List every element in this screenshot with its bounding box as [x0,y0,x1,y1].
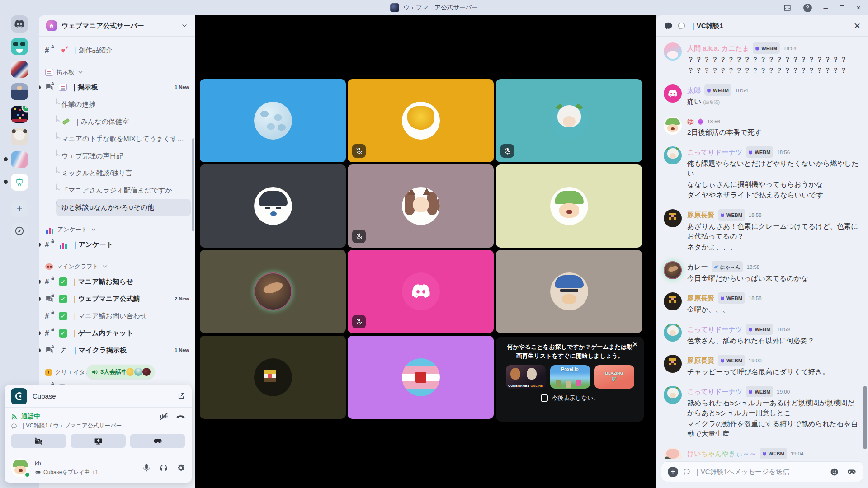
mic-icon[interactable] [142,463,151,472]
video-tile[interactable] [496,250,642,333]
promo-game-card[interactable]: Poxel.io [550,365,590,389]
promo-game-card[interactable]: CODENAMES ONLINE [506,365,546,389]
message-author[interactable]: けいちゃんやきぃ～～ [687,449,756,459]
message-avatar[interactable] [664,117,682,135]
help-icon[interactable]: ? [803,4,812,12]
message-avatar[interactable] [664,448,682,459]
chat-filled-bubble-icon[interactable] [664,21,673,31]
thread-connector [56,168,60,173]
message-avatar[interactable] [664,209,682,227]
noise-suppression-icon[interactable] [159,412,169,421]
explore-servers-button[interactable] [11,222,28,239]
server-anime-pair[interactable] [11,151,28,168]
inbox-icon[interactable] [783,4,792,12]
server-easel[interactable] [11,174,28,191]
message-avatar[interactable] [664,84,682,103]
server-name: ウェブマニア公式サーバー [61,22,144,30]
promo-game-card[interactable]: BLAZING8' [594,365,634,389]
category-掲示板[interactable]: 掲示板 [39,66,195,79]
message-avatar[interactable] [664,42,682,61]
server-photo[interactable] [11,83,28,100]
message-author[interactable]: 太郎 [687,85,701,95]
message-avatar[interactable] [664,324,682,342]
video-tile[interactable] [200,79,346,162]
message-author[interactable]: 豚原長賢 [687,293,714,303]
chat-scrollbar[interactable] [863,386,867,449]
headphones-icon[interactable] [159,463,168,472]
thread-item[interactable]: ウェブ完理の声日記 [56,147,191,164]
chat-outline-bubble-icon[interactable] [677,22,686,30]
message-input[interactable]: + ｜VC雑談1へメッセージを送信 [661,461,863,482]
thread-item[interactable]: 作業の進捗 [56,96,191,113]
window-maximize-button[interactable] [840,5,844,10]
message-author[interactable]: こってりドーナツ [687,324,742,334]
user-avatar[interactable] [11,458,30,477]
video-tile[interactable] [348,336,494,419]
server-collage[interactable] [11,61,28,78]
video-tile[interactable] [200,164,346,248]
hangup-icon[interactable] [176,412,185,421]
message-author[interactable]: 人間 a.k.a. カニたま [687,43,749,53]
window-close-button[interactable]: × [856,4,861,12]
open-external-icon[interactable] [177,392,185,400]
message-body: こってりドーナツWEBM18:56俺も課題やらないとだけどやりたくないから燃やし… [687,146,859,200]
message-author[interactable]: 豚原長賢 [687,210,714,220]
channel-item[interactable]: #♥♥｜創作品紹介 [39,42,195,59]
chevron-down-icon[interactable] [181,22,188,29]
attach-plus-icon[interactable]: + [668,467,678,477]
voice-activity-pill[interactable]: 3人会話中 [87,365,154,379]
channel-item[interactable]: ｜掲示板1 New [39,79,195,96]
thread-item[interactable]: ミックルと雑談/独り言 [56,164,191,182]
thread-item[interactable]: マニアの下手な歌をMIXしてうまくす… [56,130,191,147]
server-webmania[interactable] [11,106,28,123]
channel-item[interactable]: ｜マイクラ掲示板1 New [39,342,195,359]
camera-button[interactable] [11,434,66,448]
close-icon[interactable]: ✕ [854,22,861,30]
thread-item[interactable]: 「マニアさんラジオ配信まだですか… [56,182,191,199]
thread-item[interactable]: ｜みんなの保健室 [56,113,191,130]
add-server-button[interactable]: + [11,200,28,217]
category-マインクラフト[interactable]: マインクラフト [39,260,195,273]
forum-channel-icon [45,83,55,92]
channel-item[interactable]: #✓｜ゲーム内チャット [39,324,195,342]
video-tile[interactable] [200,250,346,333]
discord-home[interactable] [11,15,28,33]
message-text: 色素さん、舐められた石以外に何必要？ [687,336,859,346]
message-author[interactable]: こってりドーナツ [687,147,742,157]
server-teal-face[interactable] [11,38,28,55]
server-girl[interactable] [11,128,28,145]
message-avatar[interactable] [664,292,682,310]
message-timestamp: 18:54 [735,85,748,95]
emoji-icon[interactable] [830,467,839,477]
message-author[interactable]: カレー [687,262,708,272]
message-avatar[interactable] [664,355,682,373]
message-avatar[interactable] [664,261,682,279]
dismiss-checkbox[interactable] [541,394,548,402]
video-tile[interactable] [348,250,494,333]
channel-item[interactable]: #✓｜マニア鯖お問い合わせ [39,307,195,324]
video-tile[interactable] [496,79,642,162]
window-minimize-button[interactable]: – [824,4,828,12]
message-author[interactable]: 豚原長賢 [687,356,714,366]
channel-item[interactable]: #｜アンケート [39,236,195,253]
category-アンケート[interactable]: アンケート [39,223,195,236]
server-header[interactable]: ウェブマニア公式サーバー [39,15,195,36]
cubase-logo-icon [11,388,27,404]
gif-controller-icon[interactable] [847,467,857,477]
video-tile[interactable] [200,336,346,419]
sidebar-scrollbar[interactable] [192,138,194,231]
message-avatar[interactable] [664,386,682,404]
screenshare-button[interactable] [71,434,126,448]
message-author[interactable]: こってりドーナツ [687,387,742,397]
gear-icon[interactable] [176,463,185,472]
message-author[interactable]: ゆ [687,117,694,127]
video-tile[interactable] [348,79,494,162]
message-avatar[interactable] [664,146,682,164]
channel-item[interactable]: #✓｜マニア鯖お知らせ [39,273,195,290]
thread-item[interactable]: ゆと雑談∪なんかやろ∪その他 [56,199,191,216]
activities-button[interactable] [130,434,185,448]
channel-item[interactable]: ✓｜ウェブマニア公式鯖2 New [39,290,195,307]
close-icon[interactable]: ✕ [632,341,638,348]
video-tile[interactable] [496,164,642,248]
video-tile[interactable] [348,164,494,248]
